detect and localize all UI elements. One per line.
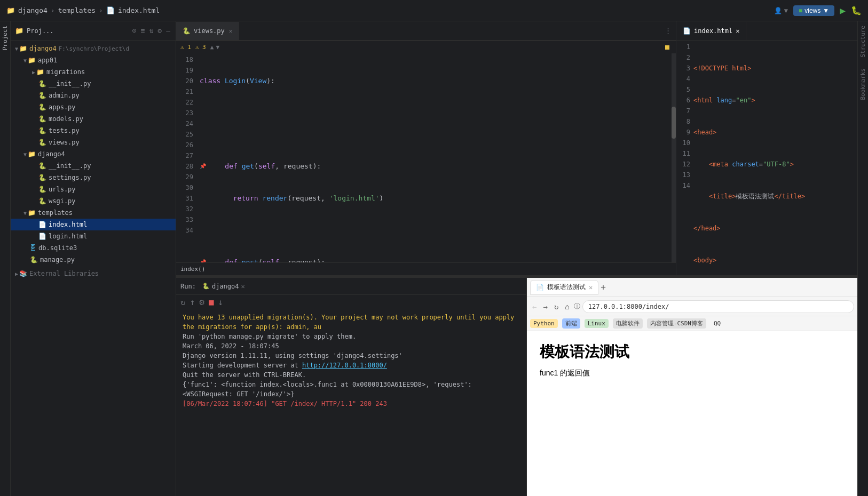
breadcrumb-templates[interactable]: templates bbox=[58, 6, 96, 14]
breadcrumb-django4[interactable]: django4 bbox=[18, 6, 48, 14]
tree-item-templates-folder[interactable]: ▼ 📁 templates bbox=[11, 207, 176, 219]
run-line-8: [06/Mar/2022 18:07:46] "GET /index/ HTTP… bbox=[183, 399, 520, 409]
left-sidebar-icons: Project bbox=[0, 21, 11, 496]
bookmark-linux[interactable]: Linux bbox=[585, 319, 609, 328]
code-line-18: class Login(View): bbox=[198, 76, 672, 86]
breadcrumb-sep2: › bbox=[99, 6, 103, 14]
browser-back-btn[interactable]: ← bbox=[530, 301, 539, 312]
run-tab-close[interactable]: ✕ bbox=[241, 283, 244, 290]
tab-views-py[interactable]: 🐍 views.py ✕ bbox=[176, 22, 239, 40]
run-action-bar: ↻ ↑ ⚙ ■ ↓ bbox=[176, 295, 526, 309]
tree-item-admin-py[interactable]: 🐍 admin.py bbox=[11, 90, 176, 101]
error-count: ⚠ 3 bbox=[195, 44, 206, 51]
tree-item-manage-py[interactable]: 🐍 manage.py bbox=[11, 254, 176, 266]
tree-item-models-py[interactable]: 🐍 models.py bbox=[11, 113, 176, 125]
server-link[interactable]: http://127.0.0.1:8000/ bbox=[302, 362, 387, 369]
tree-item-app01[interactable]: ▼ 📁 app01 bbox=[11, 54, 176, 66]
settings-btn[interactable]: ⚙ bbox=[156, 26, 163, 36]
html-line-numbers: 1234567 891011121314 bbox=[676, 41, 693, 275]
run-button[interactable]: ▶ bbox=[840, 5, 846, 16]
structure-tab[interactable]: Structure bbox=[858, 21, 867, 62]
tree-item-init-py-django4[interactable]: 🐍 __init__.py bbox=[11, 160, 176, 172]
html-tab-icon: 📄 bbox=[683, 27, 691, 35]
browser-tab-label: 模板语法测试 bbox=[547, 283, 586, 292]
bookmark-frontend[interactable]: 前端 bbox=[562, 318, 580, 329]
run-line-7: {'func1': <function index.<locals>.func1… bbox=[183, 380, 520, 399]
run-tab-django4[interactable]: 🐍 django4 ✕ bbox=[198, 281, 249, 292]
line-numbers-views: 181920212223 242526272829 3031323334 bbox=[176, 53, 198, 262]
tab-views-py-label: views.py bbox=[194, 27, 225, 35]
run-stop-btn[interactable]: ■ bbox=[209, 297, 214, 307]
tree-item-settings-py[interactable]: 🐍 settings.py bbox=[11, 172, 176, 183]
tree-item-wsgi-py[interactable]: 🐍 wsgi.py bbox=[11, 195, 176, 207]
html-line-4: <meta charset="UTF-8"> bbox=[693, 159, 857, 170]
warn-indicator bbox=[665, 45, 669, 50]
html-line-2: <html lang="en"> bbox=[693, 95, 857, 106]
bookmark-soft[interactable]: 电脑软件 bbox=[613, 318, 643, 329]
bookmark-qq[interactable]: QQ bbox=[711, 319, 724, 328]
browser-reload-btn[interactable]: ↻ bbox=[552, 301, 561, 312]
file-tree-title: Proj... bbox=[27, 27, 54, 35]
collapse-all-btn[interactable]: ≡ bbox=[140, 26, 146, 36]
run-scroll-down-btn[interactable]: ↓ bbox=[218, 297, 224, 307]
tree-item-migrations[interactable]: ▶ 📁 migrations bbox=[11, 66, 176, 78]
browser-h1: 模板语法测试 bbox=[540, 342, 845, 362]
main-layout: Project 📁 Proj... ⊙ ≡ ⇅ ⚙ — ▼ 📁 django4 … bbox=[0, 21, 868, 496]
browser-tab-close[interactable]: ✕ bbox=[589, 284, 593, 291]
tree-item-index-html[interactable]: 📄 index.html bbox=[11, 219, 176, 230]
tree-item-init-py-app01[interactable]: 🐍 __init__.py bbox=[11, 78, 176, 90]
url-bar-icon: ⓘ bbox=[574, 302, 580, 311]
run-restart-btn[interactable]: ↻ bbox=[180, 297, 186, 307]
tree-root-django4[interactable]: ▼ 📁 django4 F:\synchro\Project\d bbox=[11, 43, 176, 54]
run-line-5: Starting development server at http://12… bbox=[183, 361, 520, 370]
nav-up[interactable]: ▲ bbox=[210, 44, 214, 51]
debug-button[interactable]: 🐛 bbox=[851, 5, 862, 15]
tree-item-apps-py[interactable]: 🐍 apps.py bbox=[11, 101, 176, 113]
scrollbar-thumb-views[interactable] bbox=[672, 107, 676, 139]
new-tab-button[interactable]: + bbox=[601, 282, 606, 292]
run-output[interactable]: You have 13 unapplied migration(s). Your… bbox=[176, 309, 526, 496]
tree-item-login-html[interactable]: 📄 login.html bbox=[11, 230, 176, 242]
breadcrumb-index-html[interactable]: index.html bbox=[118, 6, 160, 14]
tree-item-external-libs[interactable]: ▶ 📚 External Libraries bbox=[11, 268, 176, 279]
run-scroll-up-btn[interactable]: ↑ bbox=[190, 297, 195, 307]
scrollbar-views[interactable] bbox=[672, 53, 676, 262]
tree-item-urls-py[interactable]: 🐍 urls.py bbox=[11, 183, 176, 195]
url-bar[interactable]: 127.0.0.1:8000/index/ bbox=[582, 300, 854, 313]
tree-item-tests-py[interactable]: 🐍 tests.py bbox=[11, 125, 176, 137]
tab-views-py-close[interactable]: ✕ bbox=[229, 28, 233, 35]
views-button[interactable]: ■ views ▼ bbox=[793, 5, 834, 16]
bookmark-csdn[interactable]: 内容管理-CSDN博客 bbox=[647, 318, 706, 329]
browser-forward-btn[interactable]: → bbox=[541, 301, 549, 312]
close-tree-btn[interactable]: — bbox=[165, 26, 171, 36]
bookmarks-tab[interactable]: Bookmarks bbox=[858, 64, 867, 105]
browser-tab-main[interactable]: 📄 模板语法测试 ✕ bbox=[530, 280, 598, 295]
views-chevron: ▼ bbox=[823, 7, 829, 14]
breadcrumb-sep1: › bbox=[51, 6, 55, 14]
tab-index-html-close[interactable]: ✕ bbox=[736, 27, 739, 35]
tabs-menu-button[interactable]: ⋮ bbox=[660, 27, 676, 35]
bookmark-python[interactable]: Python bbox=[530, 319, 558, 328]
run-settings-btn[interactable]: ⚙ bbox=[199, 297, 204, 307]
tree-item-db-sqlite3[interactable]: 🗄 db.sqlite3 bbox=[11, 242, 176, 254]
code-line-22 bbox=[198, 225, 672, 236]
sidebar-project-tab[interactable]: Project bbox=[1, 21, 10, 54]
html-line-5: <title>模板语法测试</title> bbox=[693, 191, 857, 202]
run-line-2: Run 'python manage.py migrate' to apply … bbox=[183, 332, 520, 341]
status-bar-views: index() bbox=[176, 262, 676, 275]
code-editor-views: 181920212223 242526272829 3031323334 cla… bbox=[176, 53, 676, 262]
run-panel: Run: 🐍 django4 ✕ ↻ ↑ ⚙ ■ ↓ You have 13 u… bbox=[176, 278, 526, 496]
code-lines-views: class Login(View): 📌 def get(self, reque… bbox=[198, 53, 672, 262]
tree-item-views-py[interactable]: 🐍 views.py bbox=[11, 137, 176, 148]
browser-home-btn[interactable]: ⌂ bbox=[563, 301, 571, 312]
sort-btn[interactable]: ⇅ bbox=[148, 26, 155, 36]
browser-tabs: 📄 模板语法测试 ✕ + bbox=[527, 278, 857, 297]
user-menu[interactable]: 👤 ▼ bbox=[774, 7, 788, 14]
hide-tree-btn[interactable]: ⊙ bbox=[131, 26, 138, 36]
file-tree-actions: ⊙ ≡ ⇅ ⚙ — bbox=[131, 26, 171, 36]
py-tab-icon: 🐍 bbox=[183, 27, 191, 35]
nav-down[interactable]: ▼ bbox=[216, 44, 219, 51]
tree-item-django4-folder[interactable]: ▼ 📁 django4 bbox=[11, 148, 176, 160]
tab-index-html[interactable]: 📄 index.html ✕ bbox=[676, 22, 746, 40]
topbar-right: 👤 ▼ ■ views ▼ ▶ 🐛 bbox=[774, 5, 862, 16]
